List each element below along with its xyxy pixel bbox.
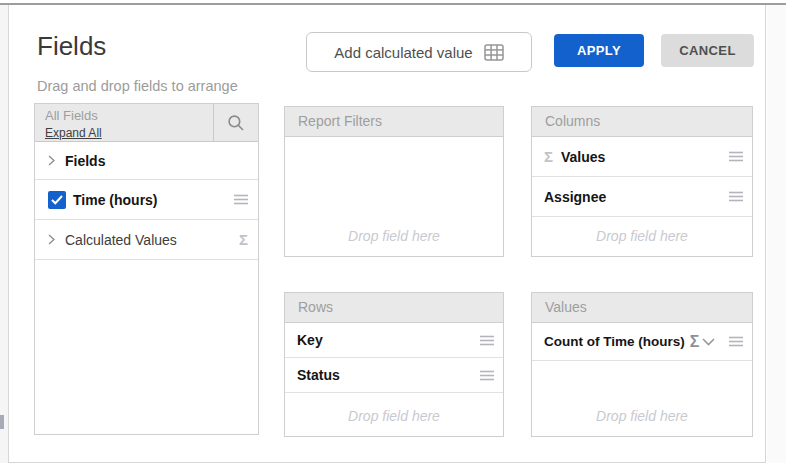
tree-item-label: Time (hours) xyxy=(73,192,158,208)
chevron-right-icon[interactable] xyxy=(48,234,55,245)
drag-handle-icon[interactable] xyxy=(480,335,494,346)
drag-handle-icon[interactable] xyxy=(729,191,743,202)
rows-title: Rows xyxy=(285,293,503,323)
scrollbar-thumb[interactable] xyxy=(0,415,4,429)
field-pill-status[interactable]: Status xyxy=(285,358,503,393)
apply-button[interactable]: APPLY xyxy=(554,34,644,67)
page-title: Fields xyxy=(37,31,106,62)
drag-handle-icon[interactable] xyxy=(234,194,248,205)
tree-item-fields[interactable]: Fields xyxy=(35,142,258,180)
cancel-button[interactable]: CANCEL xyxy=(661,34,754,67)
page-right-margin xyxy=(767,5,786,463)
sigma-icon: Σ xyxy=(544,149,553,164)
chevron-down-icon xyxy=(702,338,715,346)
fields-dialog: Fields Drag and drop fields to arrange A… xyxy=(8,5,766,463)
report-filters-title: Report Filters xyxy=(285,107,503,137)
columns-title: Columns xyxy=(532,107,752,137)
drag-handle-icon[interactable] xyxy=(729,336,743,347)
expand-all-link[interactable]: Expand All xyxy=(45,126,102,140)
drop-field-hint: Drop field here xyxy=(532,408,752,436)
drop-field-hint: Drop field here xyxy=(285,408,503,436)
all-fields-header: All Fields Expand All xyxy=(35,104,258,142)
tree-item-label: Calculated Values xyxy=(65,232,177,248)
drop-field-hint: Drop field here xyxy=(532,228,752,256)
drag-handle-icon[interactable] xyxy=(729,151,743,162)
page-left-margin xyxy=(0,5,8,463)
field-label: Status xyxy=(297,367,340,383)
drag-handle-icon[interactable] xyxy=(480,370,494,381)
field-label: Values xyxy=(561,149,605,165)
all-fields-title: All Fields xyxy=(45,108,213,123)
drop-field-hint: Drop field here xyxy=(285,228,503,256)
search-button[interactable] xyxy=(213,104,258,141)
tree-item-label: Fields xyxy=(65,153,105,169)
field-label: Key xyxy=(297,332,323,348)
rows-panel: Rows Key Status xyxy=(284,292,504,437)
report-filters-panel: Report Filters Drop field here xyxy=(284,106,504,257)
field-pill-values[interactable]: Σ Values xyxy=(532,137,752,177)
chevron-right-icon[interactable] xyxy=(48,155,55,166)
sigma-icon: Σ xyxy=(690,334,700,350)
field-label: Assignee xyxy=(544,189,606,205)
values-title: Values xyxy=(532,293,752,323)
field-pill-count-of-time-hours[interactable]: Count of Time (hours) Σ xyxy=(532,323,752,361)
add-calculated-value-button[interactable]: Add calculated value xyxy=(306,32,532,72)
search-icon xyxy=(227,114,245,132)
fields-view: Fields Drag and drop fields to arrange A… xyxy=(0,0,786,468)
add-calculated-value-label: Add calculated value xyxy=(334,44,472,61)
field-pill-assignee[interactable]: Assignee xyxy=(532,177,752,217)
field-label: Count of Time (hours) xyxy=(544,334,685,349)
tree-item-calculated-values[interactable]: Calculated Values Σ xyxy=(35,220,258,260)
values-panel: Values Count of Time (hours) Σ xyxy=(531,292,753,437)
tree-item-time-hours[interactable]: Time (hours) xyxy=(35,180,258,220)
columns-panel: Columns Σ Values Assignee xyxy=(531,106,753,257)
checkmark-icon xyxy=(51,195,63,205)
sigma-icon: Σ xyxy=(239,232,248,247)
calculator-icon xyxy=(484,44,504,61)
aggregation-selector[interactable]: Σ xyxy=(690,334,716,350)
field-pill-key[interactable]: Key xyxy=(285,323,503,358)
page-subtitle: Drag and drop fields to arrange xyxy=(37,78,238,94)
checkbox-checked-icon[interactable] xyxy=(48,191,66,209)
all-fields-header-text: All Fields Expand All xyxy=(35,104,213,141)
all-fields-panel: All Fields Expand All Fields xyxy=(34,103,259,435)
